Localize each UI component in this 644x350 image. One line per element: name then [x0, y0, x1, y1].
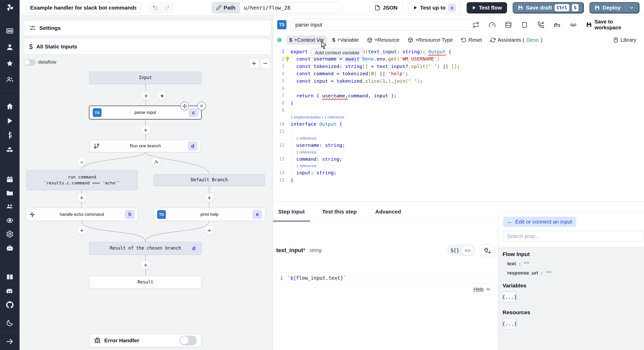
workers-icon[interactable] [6, 202, 14, 210]
flow-title-input[interactable] [26, 2, 141, 13]
code-line[interactable]: 4 const command = tokenized[0] || 'help'… [273, 70, 644, 78]
folders-icon[interactable] [6, 189, 14, 197]
chevron-down-icon[interactable] [629, 5, 634, 10]
flow-input-prop-response_url[interactable]: response_url:"" [507, 270, 644, 276]
workspace-icon[interactable] [6, 27, 14, 35]
add-step-button[interactable] [141, 261, 150, 269]
mock-square-icon[interactable] [521, 21, 528, 28]
code-line[interactable]: 3 const tokenized: string[] = text_input… [273, 63, 644, 70]
dark-mode-icon[interactable] [6, 319, 14, 327]
search-prop-input[interactable] [503, 231, 643, 242]
path-chip[interactable]: Path [212, 2, 240, 13]
code-editor[interactable]: 1export async function main(text_input: … [273, 46, 644, 202]
add-variable-button[interactable]: $ +Variable [329, 36, 362, 45]
node-branch-result[interactable]: Result of the chosen branch d [89, 242, 202, 255]
node-result[interactable]: Result [89, 276, 202, 289]
lightbulb-icon[interactable] [285, 56, 290, 62]
node-branch-run-command[interactable]: run command `results.c.command === 'echo… [26, 170, 138, 190]
codelens[interactable]: 1 reference [273, 149, 644, 155]
step-name-input[interactable] [291, 19, 473, 31]
path-input[interactable] [240, 2, 342, 13]
sleep-bed-icon[interactable] [554, 21, 561, 28]
codelens[interactable]: 1 reference [273, 163, 644, 169]
add-step-button[interactable] [77, 226, 86, 235]
docs-icon[interactable] [6, 273, 14, 281]
windmill-logo-icon[interactable] [0, 0, 20, 15]
variables-icon[interactable] [6, 131, 14, 139]
add-step-button[interactable] [205, 193, 214, 202]
github-icon[interactable] [6, 301, 14, 309]
code-line[interactable]: 14 input: string; [273, 169, 644, 177]
test-up-to-button[interactable]: Test up to c [408, 2, 461, 13]
node-print-help[interactable]: TS print help e [154, 208, 265, 221]
input-expression-editor[interactable]: 1 `${flow_input.text}` [276, 272, 495, 284]
codelens[interactable]: 1 reference [273, 135, 644, 142]
resources-expand-chip[interactable]: {...} [503, 318, 516, 329]
schedules-icon[interactable] [6, 175, 14, 183]
code-line[interactable]: 11 [273, 128, 644, 135]
add-resource-button[interactable]: +Resource [364, 36, 403, 45]
workers-groups-icon[interactable] [6, 244, 14, 252]
help-link[interactable]: Help [473, 286, 491, 292]
code-line[interactable]: 9 [273, 107, 644, 114]
gauge-icon[interactable] [489, 21, 496, 28]
code-line[interactable]: 6 [273, 85, 644, 92]
resources-icon[interactable] [6, 146, 14, 153]
code-line[interactable]: 8} [273, 99, 644, 107]
runs-icon[interactable] [6, 117, 14, 125]
home-icon[interactable] [6, 103, 14, 110]
expr-mode-button[interactable]: ${} [451, 247, 459, 253]
reset-button[interactable]: Reset [458, 36, 485, 45]
tab-test-this-step[interactable]: Test this step [317, 202, 362, 221]
remove-branch-button[interactable] [77, 158, 86, 167]
node-parse-input[interactable]: TS parse input c [89, 106, 202, 119]
edit-or-connect-button[interactable]: ← Edit or connect an input [503, 217, 576, 227]
all-static-inputs-button[interactable]: $ All Static Inputs [23, 39, 271, 55]
flow-settings-button[interactable]: Settings [23, 20, 271, 36]
save-to-workspace-button[interactable]: Save to workspace [586, 19, 639, 31]
save-draft-button[interactable]: Save draft Ctrl S [513, 2, 584, 13]
retries-icon[interactable] [472, 21, 479, 28]
code-mode-button[interactable]: <> [461, 245, 474, 255]
zoom-out-button[interactable] [260, 58, 270, 68]
settings-icon[interactable] [6, 230, 14, 238]
error-handler-toggle[interactable] [180, 336, 197, 345]
add-resource-type-button[interactable]: +Resource Type [405, 36, 456, 45]
code-line[interactable]: 12 username: string; [273, 142, 644, 149]
test-flow-button[interactable]: Test flow [467, 2, 507, 13]
deploy-button[interactable]: Deploy [589, 2, 639, 13]
audit-logs-icon[interactable] [6, 217, 14, 224]
add-branch-button[interactable] [152, 158, 160, 167]
code-line[interactable]: 13 command: string; [273, 155, 644, 163]
group-icon[interactable] [6, 76, 14, 83]
dataflow-toggle[interactable] [24, 59, 36, 66]
variables-expand-chip[interactable]: {...} [503, 291, 516, 303]
zoom-in-button[interactable] [249, 58, 259, 68]
assistants-button[interactable]: Assistants (Deno) [487, 36, 546, 45]
flow-input-prop-text[interactable]: text:"" [507, 261, 644, 267]
expand-sidebar-icon[interactable] [6, 338, 14, 345]
star-icon[interactable] [6, 59, 14, 67]
redo-button[interactable] [161, 2, 173, 13]
library-button[interactable]: Library [610, 36, 639, 45]
code-line[interactable]: 15} [273, 176, 644, 184]
undo-button[interactable] [149, 2, 161, 13]
codelens[interactable]: 1 implementation | 1 reference [273, 114, 644, 121]
node-handle-echo-command[interactable]: handle echo command h [26, 208, 138, 221]
add-step-button[interactable] [141, 126, 150, 134]
add-step-button[interactable] [142, 91, 150, 100]
node-error-handler[interactable]: Error Handler [89, 334, 202, 347]
discord-icon[interactable] [6, 287, 14, 295]
suspend-phone-icon[interactable] [537, 21, 544, 28]
node-input[interactable]: Input [89, 72, 202, 84]
json-button[interactable]: JSON [370, 2, 402, 13]
user-icon[interactable] [6, 43, 14, 51]
node-default-branch[interactable]: Default Branch [154, 174, 265, 186]
move-step-button[interactable] [180, 102, 189, 110]
code-line[interactable]: 5 const input = tokenized.slice(1,).join… [273, 77, 644, 85]
tab-advanced[interactable]: Advanced [370, 202, 406, 221]
delete-step-button[interactable] [197, 102, 206, 110]
add-trigger-button[interactable] [158, 91, 166, 100]
tab-step-input[interactable]: Step Input [273, 202, 310, 221]
connect-input-button[interactable] [480, 244, 495, 256]
